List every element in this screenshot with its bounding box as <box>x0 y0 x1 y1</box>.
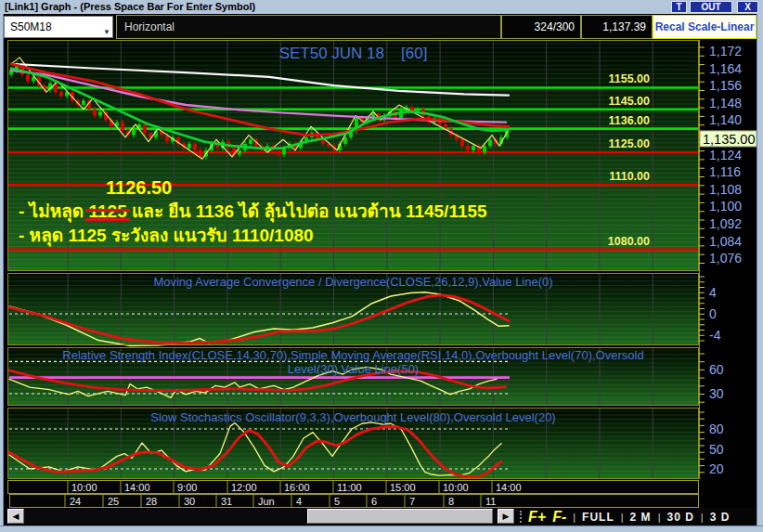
level-label-1125: 1125.00 <box>609 137 651 150</box>
separator: | <box>658 512 661 523</box>
stoch-axis-20: 20 <box>709 461 724 476</box>
axis-label-1148: 1,148 <box>709 96 742 110</box>
axis-label-1092: 1,092 <box>709 216 742 231</box>
candle <box>59 92 63 97</box>
chart-symbol-title: SET50 JUN 18 <box>279 45 384 62</box>
date-label: 31 <box>221 496 232 507</box>
separator: | <box>701 512 704 523</box>
rsi-title-line1: Relative Strength Index(CLOSE,14,30,70),… <box>7 348 699 362</box>
level-label-1080: 1080.00 <box>608 235 650 248</box>
date-label: 30 <box>184 496 195 507</box>
rsi-title: Relative Strength Index(CLOSE,14,30,70),… <box>7 348 699 376</box>
annotation-line1-prefix: - ไม่หลุด <box>19 201 88 221</box>
range-3d-button[interactable]: 3 D <box>710 511 731 524</box>
time-label: 14:00 <box>124 482 150 493</box>
axis-label-1108: 1,108 <box>709 182 742 197</box>
out-button[interactable]: OUT <box>690 1 732 13</box>
last-trade-value: 1,137.39 <box>581 15 653 39</box>
candle <box>321 139 325 144</box>
zoom-out-button[interactable]: F- <box>552 509 566 526</box>
candle <box>199 150 202 157</box>
range-full-button[interactable]: FULL <box>582 511 614 524</box>
t-button[interactable]: T <box>671 1 687 13</box>
range-button-bar: F+ F- | FULL | 2 M | 30 D | 3 D <box>516 508 757 526</box>
axis-label-1156: 1,156 <box>709 78 742 93</box>
level-label-1136: 1136.00 <box>609 114 651 127</box>
macd-title: Moving Average Convergence / Divergence(… <box>7 275 699 289</box>
candle <box>26 74 30 81</box>
axis-label-1116: 1,116 <box>709 164 741 179</box>
title-bar: [Link1] Graph - (Press Space Bar For Ent… <box>0 0 763 14</box>
candle <box>444 124 447 129</box>
separator: | <box>573 512 575 523</box>
chevron-down-icon[interactable]: ▼ <box>103 22 110 43</box>
date-label: 8 <box>448 496 454 507</box>
candle <box>249 139 252 144</box>
level-label-1145: 1145.00 <box>609 95 651 108</box>
contracts-value: 324/300 <box>501 15 581 39</box>
symbol-value: S50M18 <box>10 20 52 33</box>
candle <box>188 144 191 149</box>
grip-icon <box>520 511 522 523</box>
scrollbar-track[interactable] <box>24 509 498 524</box>
date-label: 5 <box>334 496 340 507</box>
chart-title: SET50 JUN 18[60] <box>7 45 699 63</box>
date-label: Jun <box>258 496 275 507</box>
scroll-left-arrow-icon[interactable]: ◀ <box>7 509 24 524</box>
date-label: 25 <box>108 496 119 507</box>
axis-label-1164: 1,164 <box>709 61 742 76</box>
candle <box>193 144 197 150</box>
range-30d-button[interactable]: 30 D <box>666 511 693 524</box>
rsi-title-line2: Level(30),Value Line(50) <box>7 362 699 376</box>
candle <box>238 150 241 155</box>
date-label: 7 <box>409 496 415 507</box>
stoch-title: Slow Stochastics Oscillator(9,3,3),Overb… <box>7 410 699 424</box>
annotation-line1-suffix: และ ยืน 1136 ได้ ลุ้นไปต่อ แนวต้าน 1145/… <box>127 201 487 221</box>
chart-interval: [60] <box>401 45 427 62</box>
date-label: 28 <box>146 496 157 507</box>
annotation-struck-price: 1125 <box>88 201 126 222</box>
symbol-dropdown[interactable]: S50M18 ▼ <box>4 16 113 38</box>
time-label: 16:00 <box>284 482 310 493</box>
range-2m-button[interactable]: 2 M <box>630 511 652 524</box>
scrollbar-thumb[interactable] <box>307 509 493 524</box>
rsi-axis-30: 30 <box>709 386 724 401</box>
time-label: 15:00 <box>390 482 416 493</box>
time-label: 12:00 <box>231 482 257 493</box>
time-label: 10:00 <box>443 482 469 493</box>
time-label: 14:00 <box>496 482 522 493</box>
candle <box>277 150 280 155</box>
candle <box>472 146 475 150</box>
chart-canvas[interactable]: 1155.001145.001136.001125.001110.001080.… <box>0 0 763 532</box>
stoch-axis-50: 50 <box>709 442 724 457</box>
close-button[interactable]: X <box>737 1 758 13</box>
zoom-in-button[interactable]: F+ <box>528 509 546 526</box>
horizontal-scrollbar: ◀ ▶ F+ F- | FULL | 2 M | 30 D | 3 D <box>4 508 757 526</box>
candle <box>98 111 102 116</box>
macd-axis-0: 0 <box>709 306 717 321</box>
candle <box>483 146 486 152</box>
candle <box>143 124 147 133</box>
price-axis: 1,1721,1641,1561,1481,1401,1241,1161,108… <box>699 40 757 479</box>
rsi-axis-60: 60 <box>709 362 724 377</box>
app-window: 1155.001145.001136.001125.001110.001080.… <box>0 0 763 532</box>
annotation-line2: - หลุด 1125 ระวังลง แนวรับ 1110/1080 <box>19 221 314 249</box>
date-label: 24 <box>70 496 81 507</box>
time-axis: 10:0014:009:0012:0016:0011:0015:0010:001… <box>8 481 699 508</box>
candle <box>121 123 124 131</box>
candle <box>93 110 97 116</box>
toolbar: S50M18 ▼ Horizontal 324/300 1,137.39 Rec… <box>4 14 757 40</box>
axis-label-1100: 1,100 <box>709 199 742 214</box>
macd-axis-4: 4 <box>709 285 717 300</box>
axis-label-1076: 1,076 <box>709 251 742 266</box>
stoch-axis-80: 80 <box>709 422 724 436</box>
axis-label-1172: 1,172 <box>709 44 742 58</box>
scroll-right-arrow-icon[interactable]: ▶ <box>498 509 514 524</box>
scale-mode-field[interactable]: Horizontal <box>116 15 501 39</box>
macd-axis--4: -4 <box>709 328 721 343</box>
time-label: 10:00 <box>71 482 97 493</box>
annotation-callout: 1126.50 <box>106 177 172 199</box>
window-border-bottom <box>0 526 763 532</box>
recal-scale-button[interactable]: Recal Scale-Linear <box>653 15 757 39</box>
last-price-label: 1,135.00 <box>703 132 755 147</box>
